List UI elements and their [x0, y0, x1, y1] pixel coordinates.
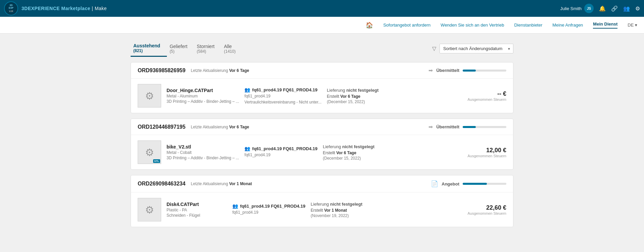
- order-id[interactable]: ORD120446897195: [138, 124, 185, 130]
- order-item-row: ⚙Door_Hinge.CATPartMetal - Aluminum3D Pr…: [131, 79, 513, 113]
- tab-ausstehend[interactable]: Ausstehend (821): [131, 40, 167, 57]
- app-logo: 3DEXP V.R: [4, 1, 18, 15]
- nav-vertrieb[interactable]: Wenden Sie sich an den Vertrieb: [441, 23, 504, 28]
- arrow-icon: ➡: [428, 124, 433, 130]
- orders-list: ORD936985826959Letzte Aktualisierung Vor…: [131, 62, 513, 227]
- supplier-icon: 👥: [244, 146, 250, 151]
- tabs-row: Ausstehend (821) Geliefert (5) Storniert…: [131, 40, 513, 57]
- item-name: Disk4.CATPart: [167, 202, 227, 207]
- top-bar-left: 3DEXP V.R 3DEXPERIENCE Marketplace | Mak…: [4, 1, 107, 15]
- delivery-date: (December 15, 2022): [327, 99, 394, 104]
- tab-storniert[interactable]: Storniert (584): [194, 41, 221, 56]
- app-title: 3DEXPERIENCE Marketplace | Make: [21, 6, 107, 11]
- item-material: Metal - Aluminum: [167, 94, 239, 98]
- order-header: ORD936985826959Letzte Aktualisierung Vor…: [131, 62, 513, 79]
- language-selector[interactable]: DE ▾: [628, 23, 637, 28]
- delivery-created: Erstellt Vor 6 Tage: [323, 151, 390, 155]
- order-header: ORD269098463234Letzte Aktualisierung Vor…: [131, 175, 513, 193]
- part-icon: ⚙: [145, 90, 154, 102]
- nav-meine-anfragen[interactable]: Meine Anfragen: [552, 23, 583, 28]
- people-icon[interactable]: 👥: [623, 5, 630, 12]
- settings-icon[interactable]: ⚙: [635, 5, 640, 12]
- item-info: Disk4.CATPartPlastic - PASchneiden - Flü…: [167, 202, 227, 218]
- progress-bar: [463, 183, 506, 185]
- delivery-date: (December 15, 2022): [323, 156, 390, 161]
- price-tax: Ausgenommen Steuern: [467, 154, 506, 158]
- price-tax: Ausgenommen Steuern: [467, 97, 506, 101]
- tab-alle[interactable]: Alle (1410): [221, 41, 242, 56]
- item-process: Schneiden - Flügel: [167, 213, 227, 218]
- supplier-name: fq61_prod4.19 FQ61_PROD4.19: [252, 87, 317, 92]
- status-text: Angebot: [442, 181, 459, 186]
- order-card: ORD120446897195Letzte Aktualisierung Vor…: [131, 119, 513, 170]
- order-last-update: Letzte Aktualisierung Vor 6 Tage: [191, 68, 249, 73]
- status-text: Übermittelt: [436, 68, 459, 73]
- item-price: 22,60 €Ausgenommen Steuern: [467, 204, 506, 215]
- sort-wrapper: Sortiert nach ÄnderungsdatumSortiert nac…: [440, 44, 513, 53]
- top-bar-right: Julie Smith JS 🔔 🔗 👥 ⚙: [560, 4, 640, 13]
- delivery-label: Lieferung nicht festgelegt: [311, 202, 378, 207]
- item-process: 3D Printing – Additiv - Binder-Jetting –…: [167, 156, 239, 160]
- item-thumbnail: ⚙STL: [138, 140, 161, 164]
- order-item-row: ⚙Disk4.CATPartPlastic - PASchneiden - Fl…: [131, 193, 513, 227]
- status-text: Übermittelt: [436, 124, 459, 129]
- item-name: Door_Hinge.CATPart: [167, 88, 239, 93]
- user-avatar[interactable]: JS: [584, 4, 594, 13]
- nda-text: Vertraulichkeitsvereinbarung - Nicht unt…: [244, 100, 321, 104]
- delivery-label: Lieferung nicht festgelegt: [327, 88, 394, 93]
- home-icon[interactable]: 🏠: [366, 22, 373, 29]
- price-value: 12,00 €: [467, 147, 506, 154]
- item-name: bike_V2.stl: [167, 144, 239, 150]
- item-price: -- €Ausgenommen Steuern: [467, 90, 506, 101]
- item-price: 12,00 €Ausgenommen Steuern: [467, 147, 506, 158]
- nav-mein-dienst[interactable]: Mein Dienst: [593, 22, 617, 29]
- order-last-update: Letzte Aktualisierung Vor 6 Tage: [191, 125, 249, 129]
- item-info: Door_Hinge.CATPartMetal - Aluminum3D Pri…: [167, 88, 239, 104]
- supplier-id: fq61_prod4.19: [244, 153, 317, 157]
- supplier-name: fq61_prod4.19 FQ61_PROD4.19: [252, 146, 317, 151]
- delivery-created: Erstellt Vor 6 Tage: [327, 94, 394, 99]
- order-id[interactable]: ORD269098463234: [138, 181, 185, 187]
- part-icon: ⚙: [145, 146, 154, 158]
- supplier-id: fq61_prod4.19: [244, 94, 321, 98]
- item-thumbnail: ⚙: [138, 198, 161, 221]
- supplier-icon: 👥: [232, 203, 238, 209]
- nav-sofortangebot[interactable]: Sofortangebot anfordern: [383, 23, 430, 28]
- order-card: ORD936985826959Letzte Aktualisierung Vor…: [131, 62, 513, 113]
- item-info: bike_V2.stlMetal - Cobalt3D Printing – A…: [167, 144, 239, 160]
- sort-select[interactable]: Sortiert nach ÄnderungsdatumSortiert nac…: [440, 44, 513, 53]
- item-delivery: Lieferung nicht festgelegtErstellt Vor 6…: [323, 144, 390, 161]
- item-supplier: 👥fq61_prod4.19 FQ61_PROD4.19fq61_prod4.1…: [244, 87, 321, 104]
- supplier-id: fq61_prod4.19: [232, 210, 305, 215]
- delivery-label: Lieferung nicht festgelegt: [323, 144, 390, 149]
- item-delivery: Lieferung nicht festgelegtErstellt Vor 1…: [311, 202, 378, 218]
- order-card: ORD269098463234Letzte Aktualisierung Vor…: [131, 175, 513, 227]
- top-bar: 3DEXP V.R 3DEXPERIENCE Marketplace | Mak…: [0, 0, 644, 17]
- document-icon: 📄: [431, 180, 438, 187]
- order-status-area: 📄Angebot: [431, 180, 506, 187]
- item-delivery: Lieferung nicht festgelegtErstellt Vor 6…: [327, 88, 394, 104]
- item-supplier: 👥fq61_prod4.19 FQ61_PROD4.19fq61_prod4.1…: [244, 146, 317, 159]
- price-tax: Ausgenommen Steuern: [467, 211, 506, 215]
- order-status-area: ➡Übermittelt: [428, 124, 506, 130]
- share-icon[interactable]: 🔗: [611, 5, 618, 12]
- supplier-icon: 👥: [244, 87, 250, 92]
- filter-icon[interactable]: ▽: [432, 45, 436, 52]
- order-id[interactable]: ORD936985826959: [138, 68, 185, 74]
- order-header: ORD120446897195Letzte Aktualisierung Vor…: [131, 119, 513, 135]
- version-badge: V.R: [9, 10, 13, 13]
- item-material: Plastic - PA: [167, 208, 227, 212]
- order-item-row: ⚙STLbike_V2.stlMetal - Cobalt3D Printing…: [131, 135, 513, 169]
- price-value: -- €: [467, 90, 506, 97]
- order-last-update: Letzte Aktualisierung Vor 1 Monat: [191, 181, 252, 186]
- secondary-nav: 🏠 Sofortangebot anfordern Wenden Sie sic…: [0, 17, 644, 34]
- nav-dienstanbieter[interactable]: Dienstanbieter: [514, 23, 542, 28]
- arrow-icon: ➡: [428, 67, 433, 74]
- price-value: 22,60 €: [467, 204, 506, 211]
- progress-bar: [463, 126, 506, 128]
- main-content: Ausstehend (821) Geliefert (5) Storniert…: [121, 34, 523, 239]
- tab-geliefert[interactable]: Geliefert (5): [167, 41, 194, 56]
- notifications-icon[interactable]: 🔔: [599, 5, 606, 12]
- progress-bar: [463, 70, 506, 72]
- item-process: 3D Printing – Additiv - Binder-Jetting –…: [167, 99, 239, 104]
